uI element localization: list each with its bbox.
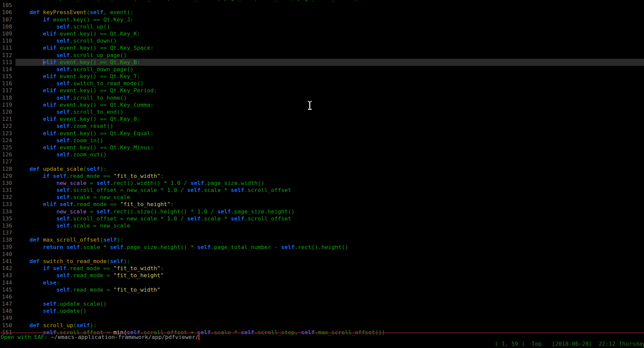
code-line[interactable]: 129 if self.read_mode == "fit_to_width": <box>0 172 644 180</box>
code-token <box>56 201 60 207</box>
code-token <box>16 237 30 243</box>
code-line[interactable]: 108 self.scroll_up() <box>0 23 644 30</box>
code-line[interactable]: 115 elif event.key() == Qt.Key_T: <box>0 73 644 80</box>
line-number: 111 <box>0 44 16 51</box>
code-token: self <box>53 265 66 271</box>
code-line[interactable]: 143 self.read_mode = "fit_to_height" <box>0 272 644 279</box>
code-line[interactable]: 147 self.update_scale() <box>0 300 644 307</box>
code-token: self <box>53 173 66 179</box>
code-line[interactable]: 139 return self.scale * self.page_size.h… <box>0 244 644 251</box>
code-line[interactable]: 131 self.scroll_offset = new_scale * 1.0… <box>0 187 644 194</box>
code-line[interactable]: 120 self.scroll_to_end() <box>0 108 644 115</box>
code-line[interactable]: 110 self.scroll_down() <box>0 37 644 44</box>
code-token: self <box>217 208 231 215</box>
code-token: self <box>187 187 201 193</box>
code-line[interactable]: 127 <box>0 158 644 165</box>
code-line[interactable]: 118 self.scroll_to_home() <box>0 94 644 101</box>
code-line[interactable]: 122 self.zoom_reset() <box>0 122 644 130</box>
code-line[interactable]: 130 new_scale = self.rect().width() * 1.… <box>0 180 644 187</box>
line-number: 128 <box>0 165 16 172</box>
code-line[interactable]: 150 def scroll_up(self): <box>0 322 644 329</box>
code-token: "fit_to_width" <box>113 265 160 271</box>
code-line[interactable]: 135 self.scroll_offset = new_scale * 1.0… <box>0 215 644 222</box>
code-line[interactable]: 141 def switch_to_read_mode(self): <box>0 258 644 265</box>
code-line[interactable]: 126 self.zoom_out() <box>0 151 644 158</box>
code-line[interactable]: 111 elif event.key() == Qt.Key_Space: <box>0 44 644 51</box>
code-token: .update() <box>56 308 87 314</box>
code-token <box>16 215 56 222</box>
line-number: 109 <box>0 30 16 37</box>
line-number: 129 <box>0 172 16 180</box>
line-number: 140 <box>0 251 16 258</box>
minibuffer-input[interactable]: ~/emacs-application-framework/app/pdfvie… <box>51 334 199 340</box>
code-token: self <box>90 9 103 15</box>
code-token: self <box>97 208 110 215</box>
code-line[interactable]: 132 self.scale = new_scale <box>0 194 644 201</box>
code-line[interactable]: 113 elif event.key() == Qt.Key_B: <box>0 59 644 66</box>
code-line[interactable]: 105 <box>0 2 644 9</box>
code-token: .scroll_down() <box>70 38 117 44</box>
code-token: .zoom_in() <box>70 137 103 144</box>
code-token <box>16 151 56 158</box>
code-line[interactable]: 137 <box>0 229 644 236</box>
code-token: if <box>43 265 50 271</box>
code-editor[interactable]: 104 update_scale_and_offset(new_scale, s… <box>0 0 644 336</box>
code-token <box>16 208 56 215</box>
code-line[interactable]: 136 self.scale = new_scale <box>0 222 644 229</box>
code-token <box>40 166 43 172</box>
code-token: .scale * <box>201 215 231 222</box>
code-line[interactable]: 119 elif event.key() == Qt.Key_Comma: <box>0 101 644 108</box>
code-token: self <box>187 215 201 222</box>
code-token: self <box>60 201 73 207</box>
code-line[interactable]: 146 <box>0 293 644 300</box>
code-token: : <box>160 265 164 271</box>
code-token: .rect().size().height() * 1.0 / <box>110 208 218 215</box>
code-token <box>50 265 53 271</box>
code-line[interactable]: 144 else: <box>0 279 644 286</box>
code-line[interactable]: 133 elif self.read_mode == "fit_to_heigh… <box>0 201 644 208</box>
code-line[interactable]: 142 if self.read_mode == "fit_to_width": <box>0 265 644 272</box>
code-line[interactable]: 128 def update_scale(self): <box>0 165 644 172</box>
line-number: 135 <box>0 215 16 222</box>
code-line[interactable]: 145 self.read_mode = "fit_to_width" <box>0 286 644 293</box>
code-line[interactable]: 138 def max_scroll_offset(self): <box>0 236 644 243</box>
code-token: .scroll_offset = new_scale * 1.0 / <box>70 187 187 193</box>
code-token: self <box>77 322 90 329</box>
modeline-separator <box>0 333 644 333</box>
code-token <box>16 201 43 207</box>
code-token: elif <box>43 201 56 207</box>
line-number: 136 <box>0 222 16 229</box>
code-line[interactable]: 124 self.zoom_in() <box>0 137 644 144</box>
code-token: self <box>56 52 70 58</box>
code-token: switch_to_read_mode <box>43 258 107 264</box>
code-line[interactable]: 117 elif event.key() == Qt.Key_Period: <box>0 87 644 94</box>
minibuffer[interactable]: Open with EAF: ~/emacs-application-frame… <box>1 334 199 341</box>
code-line[interactable]: 123 elif event.key() == Qt.Key_Equal: <box>0 130 644 137</box>
code-token <box>16 187 56 193</box>
code-line[interactable]: 116 self.switch_to_read_mode() <box>0 80 644 87</box>
code-token: self <box>56 272 70 279</box>
line-number: 112 <box>0 52 16 59</box>
code-token: elif <box>43 116 56 122</box>
code-line[interactable]: 106 def keyPressEvent(self, event): <box>0 9 644 16</box>
code-line[interactable]: 149 <box>0 314 644 321</box>
code-line[interactable]: 148 self.update() <box>0 307 644 314</box>
code-token: self <box>56 222 70 229</box>
code-token: elif <box>43 73 56 80</box>
code-line[interactable]: 125 elif event.key() == Qt.Key_Minus: <box>0 144 644 151</box>
code-line[interactable]: 134 new_scale = self.rect().size().heigh… <box>0 208 644 215</box>
code-token: event.key() == Qt.Key_Space: <box>56 45 154 51</box>
code-line[interactable]: 114 self.scroll_down_page() <box>0 66 644 73</box>
code-token: self <box>97 180 110 186</box>
code-line[interactable]: 107 if event.key() == Qt.Key_J: <box>0 16 644 23</box>
code-line[interactable]: 121 elif event.key() == Qt.Key_0: <box>0 115 644 122</box>
code-line[interactable]: 109 elif event.key() == Qt.Key_K: <box>0 30 644 37</box>
line-number: 141 <box>0 258 16 265</box>
code-token: self <box>197 244 211 250</box>
code-token: ): <box>90 322 97 329</box>
line-number: 148 <box>0 307 16 314</box>
code-line[interactable]: 140 <box>0 251 644 258</box>
code-token <box>16 301 43 307</box>
line-number: 113 <box>0 59 16 66</box>
code-line[interactable]: 112 self.scroll_up_page() <box>0 52 644 59</box>
